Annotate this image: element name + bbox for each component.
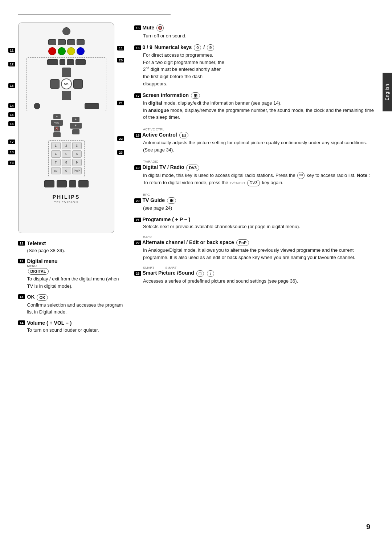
- item20-title: 20 TV Guide ⊞: [134, 197, 374, 204]
- label-21: 21: [117, 100, 124, 105]
- vol-plus: +: [53, 114, 61, 119]
- item-19-section: TV/RADIO 19 Digital TV / Radio DV3 In di…: [134, 158, 374, 186]
- badge-21: 21: [117, 101, 124, 105]
- item23-body: Accesses a series of predefined picture …: [134, 278, 374, 285]
- badge-22: 22: [117, 136, 124, 141]
- badge-11r: 11: [117, 46, 124, 50]
- television-label: TELEVISION: [53, 201, 80, 204]
- badge-13: 13: [8, 83, 15, 88]
- item19-dv3-inline: DV3: [247, 180, 260, 186]
- btn-8: 8: [62, 159, 71, 166]
- btn-option: [67, 59, 74, 65]
- label-22: 22: [117, 136, 124, 141]
- item12-title: Digital menu MENU DIGITAL: [27, 258, 123, 275]
- btn-menu-digital: [75, 59, 86, 65]
- item21-body: Selects next or previous available chann…: [134, 223, 374, 230]
- item13-body: Confirms selection and accesses the prog…: [27, 302, 123, 316]
- item12-label-above: MENU: [27, 264, 123, 268]
- item17-icon: ⊞: [191, 92, 200, 99]
- item18-label-above: ACTIVE CTRL: [143, 128, 164, 131]
- item-13-section: 13 OK OK Confirms selection and accesses…: [18, 294, 123, 315]
- label-15: 15: [8, 112, 15, 117]
- remote-column: OK + VOL: [18, 23, 123, 338]
- item22-label-above: BACK: [143, 235, 152, 239]
- btn-red: [48, 47, 56, 55]
- item-16-section: 16 0 / 9 Numerical keys 0 / 9 For direct…: [134, 44, 374, 87]
- btn-smart: [78, 180, 89, 187]
- item17-title: 17 Screen information ⊞: [134, 92, 374, 99]
- item21-title: 21 Programme ( + P – ): [134, 217, 374, 222]
- item16-title: 16 0 / 9 Numerical keys 0 / 9: [134, 44, 374, 51]
- nav-up: [62, 68, 71, 77]
- page-number: 9: [366, 523, 370, 531]
- badge-17: 17: [8, 139, 15, 144]
- item20-label-above: EPG: [143, 193, 150, 197]
- item11-body: (See page 38-39).: [27, 247, 65, 254]
- nav-down: [62, 91, 71, 100]
- btn-blue: [77, 47, 85, 55]
- label-14: 14: [8, 103, 15, 108]
- badge-item16: 16: [134, 45, 141, 50]
- vol-label: VOL: [51, 120, 63, 126]
- btn-dv3: [57, 180, 67, 187]
- btn-7: 7: [51, 159, 61, 166]
- item19-tv-radio-label: TV/RADIO: [229, 181, 245, 185]
- badge-20: 20: [117, 58, 124, 62]
- btn-2: 2: [62, 142, 71, 149]
- item22-body: In Analogue/Digital mode, it allows you …: [134, 247, 374, 261]
- btn-green: [58, 47, 66, 55]
- item23-icon2: ♪: [207, 270, 214, 277]
- item-12-section: 12 Digital menu MENU DIGITAL To display …: [18, 258, 123, 290]
- numpad: 1 2 3 4 5 6 7 8 9: [48, 140, 85, 177]
- label-16: 16: [8, 121, 15, 126]
- badge-item17: 17: [134, 93, 141, 98]
- label-20: 20: [117, 57, 124, 62]
- items-below-remote: 11 Teletext (See page 38-39). 12 Digital…: [18, 240, 123, 334]
- label-13: 13: [8, 83, 15, 88]
- item16-btn9: 9: [207, 44, 214, 51]
- item-17-section: 17 Screen information ⊞ In digital mode,…: [134, 92, 374, 121]
- nav-cluster: OK: [50, 68, 83, 100]
- nav-left: [50, 79, 60, 89]
- nav-ok: OK: [61, 78, 72, 89]
- item14-body: To turn on sound louder or quieter.: [27, 327, 99, 334]
- btn-atheta: [34, 103, 40, 109]
- btn-pnp: PnP: [72, 167, 82, 174]
- badge-item18: 18: [134, 133, 141, 138]
- item-11-section: 11 Teletext (See page 38-39).: [18, 240, 123, 254]
- badge-19: 19: [8, 161, 15, 165]
- item-21-section: 21 Programme ( + P – ) Selects next or p…: [134, 217, 374, 230]
- badge-item12: 12: [18, 259, 25, 263]
- btn-1: 1: [51, 142, 61, 149]
- badge-11: 11: [8, 48, 15, 53]
- item13-title: OK OK: [27, 294, 123, 300]
- item23-label1: SMART: [143, 266, 154, 270]
- label-11r: 11: [117, 45, 124, 50]
- btn-9: 9: [72, 159, 82, 166]
- item12-btn: DIGITAL: [28, 268, 49, 275]
- btn-4: 4: [51, 150, 61, 158]
- btn-eb: [67, 39, 75, 45]
- item15-body: Turn off or on sound.: [134, 32, 374, 40]
- badge-item20: 20: [134, 198, 141, 203]
- btn-0: 0: [62, 167, 71, 174]
- badge-23: 23: [117, 150, 124, 155]
- btn-av: [77, 39, 85, 45]
- item-14-section: 14 Volume ( + VOL – ) To turn on sound l…: [18, 320, 123, 334]
- btn-arrow: [69, 180, 76, 187]
- badge-item22: 22: [134, 240, 141, 245]
- item19-label-above: TV/RADIO: [143, 160, 159, 163]
- label-12: 12: [8, 61, 15, 66]
- item20-body: (see page 24): [134, 205, 374, 212]
- item17-body: In digital mode, display/exit the inform…: [134, 100, 374, 121]
- btn-ii: [58, 39, 66, 45]
- item18-title: 18 Active Control ⊡: [134, 132, 374, 138]
- item23-icon1: □: [196, 270, 204, 277]
- badge-item21: 21: [134, 218, 141, 222]
- item-15-section: 15 Mute 🔇 Turn off or on sound.: [134, 24, 374, 40]
- philips-logo: PHILIPS: [53, 194, 80, 200]
- item11-title: Teletext: [27, 240, 65, 246]
- item18-body: Automatically adjusts the picture settin…: [134, 139, 374, 153]
- badge-15: 15: [8, 112, 15, 117]
- remote-control: OK + VOL: [18, 23, 114, 233]
